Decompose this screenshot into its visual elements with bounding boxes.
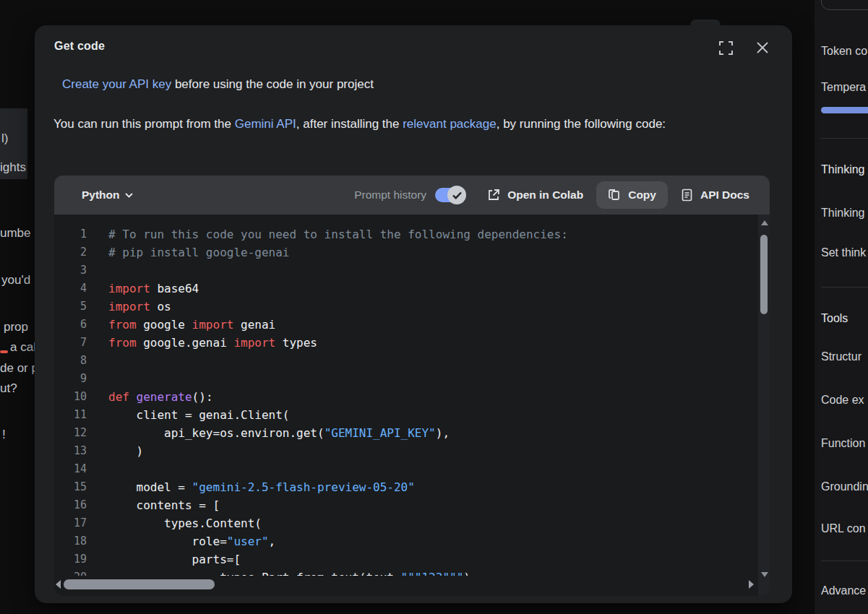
create-api-key-link[interactable]: Create your API key	[62, 77, 171, 91]
code-text: role="user",	[108, 532, 275, 550]
fullscreen-icon	[719, 41, 733, 55]
code-text: import os	[108, 298, 171, 316]
sidebar-item-advance[interactable]: Advance	[821, 584, 866, 597]
description-text: , by running the following code:	[497, 117, 666, 131]
sidebar-input-box	[821, 0, 868, 10]
line-number: 17	[54, 514, 87, 532]
language-label: Python	[82, 189, 120, 202]
language-dropdown[interactable]: Python	[82, 189, 133, 202]
get-code-dialog: Get code Create your API key before usin…	[35, 25, 792, 603]
sidebar-item-groundin[interactable]: Groundin	[821, 480, 868, 493]
sidebar-item-thinking[interactable]: Thinking	[821, 207, 864, 220]
sidebar-item-set-think[interactable]: Set think	[821, 246, 866, 259]
dialog-description: You can run this prompt from the Gemini …	[53, 113, 760, 135]
line-number: 10	[54, 388, 87, 406]
inline-link[interactable]: relevant package	[403, 117, 496, 131]
code-text: from google import genai	[108, 316, 275, 334]
line-number: 1	[54, 225, 87, 243]
line-number: 19	[54, 550, 87, 568]
scroll-left-arrow-icon[interactable]	[56, 580, 61, 589]
line-number: 12	[54, 424, 87, 442]
code-line: 7from google.genai import types	[54, 334, 758, 352]
checkmark-icon	[452, 191, 462, 199]
background-text-fragment: umbe	[0, 226, 31, 241]
code-text: from google.genai import types	[108, 334, 317, 352]
code-text: types.Content(	[108, 514, 262, 532]
toggle-knob	[447, 186, 466, 204]
line-number: 11	[54, 406, 87, 424]
notice-text: before using the code in your project	[171, 77, 374, 91]
sidebar-item-token-co[interactable]: Token co	[821, 45, 867, 58]
code-lines: 1# To run this code you need to install …	[54, 225, 758, 587]
prompt-history-label: Prompt history	[354, 189, 426, 202]
code-text: parts=[	[108, 550, 241, 568]
sidebar-divider	[821, 138, 868, 139]
line-number: 14	[54, 460, 87, 478]
code-editor: 1# To run this code you need to install …	[54, 215, 770, 596]
close-button[interactable]	[754, 39, 771, 56]
line-number: 3	[54, 261, 87, 280]
open-in-colab-button[interactable]: Open in Colab	[480, 182, 590, 208]
scroll-down-arrow-icon[interactable]	[761, 572, 768, 577]
temperature-slider[interactable]	[821, 107, 868, 113]
scroll-right-arrow-icon[interactable]	[749, 580, 754, 589]
sidebar-item-tempera[interactable]: Tempera	[821, 81, 866, 94]
api-docs-button[interactable]: API Docs	[674, 182, 757, 208]
code-panel: Python Prompt history	[54, 176, 770, 596]
prompt-history-toggle[interactable]	[435, 188, 464, 202]
background-page-strip: l)ightsumbeyou'dpropa calde or put?!	[0, 0, 35, 614]
code-line: 17 types.Content(	[54, 514, 758, 532]
code-line: 13 )	[54, 442, 758, 460]
code-text: import base64	[108, 280, 199, 298]
code-text: def generate():	[108, 388, 213, 406]
sidebar-item-url-con[interactable]: URL con	[821, 522, 866, 535]
line-number: 5	[54, 298, 87, 316]
code-line: 8	[54, 352, 758, 370]
line-number: 16	[54, 496, 87, 514]
run-settings-sidebar: Token coTemperaThinkingThinkingSet think…	[815, 0, 868, 614]
inline-link[interactable]: Gemini API	[235, 117, 296, 131]
code-line: 11 client = genai.Client(	[54, 406, 758, 424]
red-text-fragment	[0, 350, 8, 353]
api-docs-label: API Docs	[700, 189, 749, 202]
code-text: contents = [	[108, 496, 220, 514]
scroll-up-arrow-icon[interactable]	[761, 220, 768, 225]
code-line: 5import os	[54, 298, 758, 316]
copy-label: Copy	[628, 189, 656, 202]
api-key-notice: Create your API key before using the cod…	[62, 77, 374, 92]
code-line: 16 contents = [	[54, 496, 758, 514]
code-line: 10def generate():	[54, 388, 758, 406]
vertical-scroll-thumb[interactable]	[760, 235, 768, 314]
line-number: 7	[54, 334, 87, 352]
code-text: api_key=os.environ.get("GEMINI_API_KEY")…	[108, 424, 450, 442]
background-text-fragment: !	[2, 428, 6, 442]
horizontal-scroll-thumb[interactable]	[64, 579, 215, 589]
code-line: 1# To run this code you need to install …	[54, 225, 758, 243]
copy-button[interactable]: Copy	[596, 181, 668, 209]
dialog-title: Get code	[54, 40, 105, 53]
line-number: 4	[54, 280, 87, 298]
description-text: , after installing the	[296, 117, 403, 131]
sidebar-item-structur[interactable]: Structur	[821, 350, 861, 363]
line-number: 18	[54, 532, 87, 550]
line-number: 2	[54, 243, 87, 261]
code-line: 18 role="user",	[54, 532, 758, 550]
open-in-new-icon	[487, 189, 500, 202]
sidebar-section-tools: Tools	[821, 312, 848, 325]
background-text-fragment: l)	[1, 131, 8, 146]
code-line: 3	[54, 261, 758, 280]
fullscreen-button[interactable]	[717, 39, 734, 56]
code-line: 12 api_key=os.environ.get("GEMINI_API_KE…	[54, 424, 758, 442]
line-number: 6	[54, 316, 87, 334]
sidebar-divider	[821, 287, 868, 287]
close-icon	[756, 41, 769, 54]
sidebar-divider	[821, 561, 868, 561]
sidebar-item-code-ex[interactable]: Code ex	[821, 394, 864, 407]
sidebar-item-function[interactable]: Function	[821, 437, 865, 450]
code-text: client = genai.Client(	[108, 406, 289, 424]
background-text-fragment: ights	[0, 160, 26, 175]
horizontal-scrollbar[interactable]	[54, 576, 755, 593]
background-text-fragment: ut?	[0, 381, 17, 396]
line-number: 8	[54, 352, 87, 370]
vertical-scrollbar[interactable]	[758, 215, 770, 596]
